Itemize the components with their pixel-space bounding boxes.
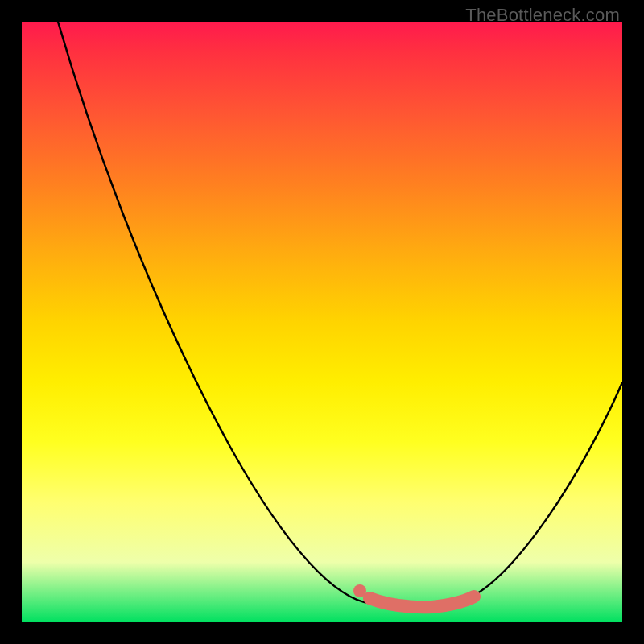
bottleneck-curve-svg	[22, 22, 622, 622]
highlight-band-path	[369, 597, 474, 607]
watermark-text: TheBottleneck.com	[465, 5, 620, 26]
chart-plot-area	[22, 22, 622, 622]
curve-path	[58, 22, 622, 606]
highlight-dot	[353, 584, 366, 597]
